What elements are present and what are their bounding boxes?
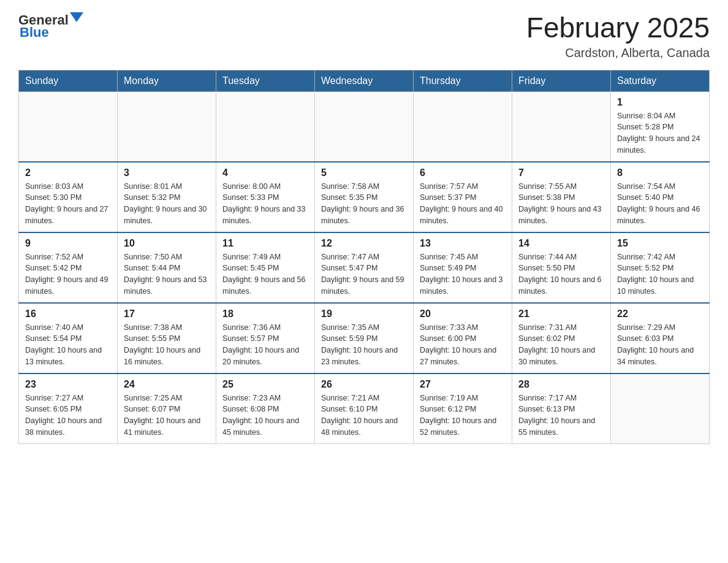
day-number: 22 — [617, 308, 703, 320]
logo: General Blue — [18, 12, 83, 40]
calendar-week-row-4: 16Sunrise: 7:40 AMSunset: 5:54 PMDayligh… — [19, 303, 710, 373]
calendar-cell: 8Sunrise: 7:54 AMSunset: 5:40 PMDaylight… — [611, 162, 710, 232]
weekday-header-friday: Friday — [512, 70, 611, 91]
calendar-cell: 28Sunrise: 7:17 AMSunset: 6:13 PMDayligh… — [512, 373, 611, 444]
day-info: Sunrise: 7:33 AMSunset: 6:00 PMDaylight:… — [420, 322, 506, 368]
day-number: 1 — [617, 97, 703, 108]
calendar-subtitle: Cardston, Alberta, Canada — [526, 46, 710, 60]
day-number: 28 — [518, 379, 604, 390]
day-info: Sunrise: 7:31 AMSunset: 6:02 PMDaylight:… — [518, 322, 604, 368]
day-info: Sunrise: 7:50 AMSunset: 5:44 PMDaylight:… — [124, 251, 210, 297]
calendar-week-row-1: 1Sunrise: 8:04 AMSunset: 5:28 PMDaylight… — [19, 91, 710, 162]
calendar-cell: 7Sunrise: 7:55 AMSunset: 5:38 PMDaylight… — [512, 162, 611, 232]
calendar-cell: 2Sunrise: 8:03 AMSunset: 5:30 PMDaylight… — [19, 162, 118, 232]
day-number: 21 — [518, 308, 604, 320]
day-number: 9 — [25, 238, 111, 249]
calendar-cell: 27Sunrise: 7:19 AMSunset: 6:12 PMDayligh… — [414, 373, 512, 444]
calendar-cell — [19, 91, 118, 162]
calendar-cell — [315, 91, 414, 162]
weekday-header-tuesday: Tuesday — [216, 70, 315, 91]
day-number: 7 — [518, 167, 604, 178]
day-number: 14 — [518, 238, 604, 249]
day-info: Sunrise: 8:03 AMSunset: 5:30 PMDaylight:… — [25, 181, 111, 227]
calendar-week-row-3: 9Sunrise: 7:52 AMSunset: 5:42 PMDaylight… — [19, 232, 710, 303]
day-info: Sunrise: 7:58 AMSunset: 5:35 PMDaylight:… — [321, 181, 407, 227]
calendar-cell: 18Sunrise: 7:36 AMSunset: 5:57 PMDayligh… — [216, 303, 315, 373]
day-number: 2 — [25, 167, 111, 178]
day-info: Sunrise: 7:47 AMSunset: 5:47 PMDaylight:… — [321, 251, 407, 297]
day-number: 11 — [222, 238, 308, 249]
calendar-cell: 19Sunrise: 7:35 AMSunset: 5:59 PMDayligh… — [315, 303, 414, 373]
calendar-cell: 11Sunrise: 7:49 AMSunset: 5:45 PMDayligh… — [216, 232, 315, 303]
day-number: 10 — [124, 238, 210, 249]
weekday-header-monday: Monday — [118, 70, 216, 91]
day-number: 26 — [321, 379, 407, 390]
weekday-header-sunday: Sunday — [19, 70, 118, 91]
calendar-cell: 15Sunrise: 7:42 AMSunset: 5:52 PMDayligh… — [611, 232, 710, 303]
title-area: February 2025 Cardston, Alberta, Canada — [526, 12, 710, 60]
day-number: 27 — [420, 379, 506, 390]
calendar-cell — [216, 91, 315, 162]
day-number: 17 — [124, 308, 210, 320]
calendar-week-row-2: 2Sunrise: 8:03 AMSunset: 5:30 PMDaylight… — [19, 162, 710, 232]
day-number: 3 — [124, 167, 210, 178]
day-info: Sunrise: 7:35 AMSunset: 5:59 PMDaylight:… — [321, 322, 407, 368]
day-info: Sunrise: 7:57 AMSunset: 5:37 PMDaylight:… — [420, 181, 506, 227]
day-number: 8 — [617, 167, 703, 178]
logo-icon — [70, 12, 83, 26]
day-info: Sunrise: 7:27 AMSunset: 6:05 PMDaylight:… — [25, 393, 111, 439]
day-number: 15 — [617, 238, 703, 249]
day-info: Sunrise: 7:29 AMSunset: 6:03 PMDaylight:… — [617, 322, 703, 368]
weekday-header-thursday: Thursday — [414, 70, 512, 91]
day-info: Sunrise: 8:00 AMSunset: 5:33 PMDaylight:… — [222, 181, 308, 227]
calendar-cell: 1Sunrise: 8:04 AMSunset: 5:28 PMDaylight… — [611, 91, 710, 162]
calendar-cell: 21Sunrise: 7:31 AMSunset: 6:02 PMDayligh… — [512, 303, 611, 373]
calendar-cell: 26Sunrise: 7:21 AMSunset: 6:10 PMDayligh… — [315, 373, 414, 444]
calendar-cell: 23Sunrise: 7:27 AMSunset: 6:05 PMDayligh… — [19, 373, 118, 444]
day-info: Sunrise: 7:25 AMSunset: 6:07 PMDaylight:… — [124, 393, 210, 439]
day-info: Sunrise: 7:44 AMSunset: 5:50 PMDaylight:… — [518, 251, 604, 297]
day-info: Sunrise: 7:19 AMSunset: 6:12 PMDaylight:… — [420, 393, 506, 439]
day-info: Sunrise: 8:04 AMSunset: 5:28 PMDaylight:… — [617, 110, 703, 156]
calendar-cell: 22Sunrise: 7:29 AMSunset: 6:03 PMDayligh… — [611, 303, 710, 373]
day-number: 4 — [222, 167, 308, 178]
calendar-cell: 14Sunrise: 7:44 AMSunset: 5:50 PMDayligh… — [512, 232, 611, 303]
day-number: 16 — [25, 308, 111, 320]
day-number: 23 — [25, 379, 111, 390]
day-number: 13 — [420, 238, 506, 249]
calendar-cell: 10Sunrise: 7:50 AMSunset: 5:44 PMDayligh… — [118, 232, 216, 303]
weekday-header-row: SundayMondayTuesdayWednesdayThursdayFrid… — [19, 70, 710, 91]
calendar-cell — [118, 91, 216, 162]
calendar-cell: 4Sunrise: 8:00 AMSunset: 5:33 PMDaylight… — [216, 162, 315, 232]
calendar-table: SundayMondayTuesdayWednesdayThursdayFrid… — [18, 70, 710, 444]
day-number: 18 — [222, 308, 308, 320]
day-info: Sunrise: 7:40 AMSunset: 5:54 PMDaylight:… — [25, 322, 111, 368]
calendar-week-row-5: 23Sunrise: 7:27 AMSunset: 6:05 PMDayligh… — [19, 373, 710, 444]
day-number: 20 — [420, 308, 506, 320]
calendar-cell: 12Sunrise: 7:47 AMSunset: 5:47 PMDayligh… — [315, 232, 414, 303]
calendar-cell — [611, 373, 710, 444]
day-info: Sunrise: 7:17 AMSunset: 6:13 PMDaylight:… — [518, 393, 604, 439]
day-info: Sunrise: 7:45 AMSunset: 5:49 PMDaylight:… — [420, 251, 506, 297]
day-info: Sunrise: 7:38 AMSunset: 5:55 PMDaylight:… — [124, 322, 210, 368]
calendar-cell: 9Sunrise: 7:52 AMSunset: 5:42 PMDaylight… — [19, 232, 118, 303]
calendar-cell: 6Sunrise: 7:57 AMSunset: 5:37 PMDaylight… — [414, 162, 512, 232]
calendar-cell — [512, 91, 611, 162]
page-header: General Blue February 2025 Cardston, Alb… — [18, 12, 710, 60]
calendar-cell: 25Sunrise: 7:23 AMSunset: 6:08 PMDayligh… — [216, 373, 315, 444]
svg-marker-0 — [70, 12, 83, 22]
calendar-cell: 13Sunrise: 7:45 AMSunset: 5:49 PMDayligh… — [414, 232, 512, 303]
logo-blue-text: Blue — [20, 25, 49, 40]
day-info: Sunrise: 7:23 AMSunset: 6:08 PMDaylight:… — [222, 393, 308, 439]
calendar-cell: 20Sunrise: 7:33 AMSunset: 6:00 PMDayligh… — [414, 303, 512, 373]
day-info: Sunrise: 7:54 AMSunset: 5:40 PMDaylight:… — [617, 181, 703, 227]
day-number: 5 — [321, 167, 407, 178]
day-number: 6 — [420, 167, 506, 178]
day-info: Sunrise: 7:36 AMSunset: 5:57 PMDaylight:… — [222, 322, 308, 368]
day-info: Sunrise: 7:55 AMSunset: 5:38 PMDaylight:… — [518, 181, 604, 227]
calendar-cell: 16Sunrise: 7:40 AMSunset: 5:54 PMDayligh… — [19, 303, 118, 373]
day-number: 19 — [321, 308, 407, 320]
day-info: Sunrise: 7:49 AMSunset: 5:45 PMDaylight:… — [222, 251, 308, 297]
calendar-cell: 3Sunrise: 8:01 AMSunset: 5:32 PMDaylight… — [118, 162, 216, 232]
calendar-cell: 17Sunrise: 7:38 AMSunset: 5:55 PMDayligh… — [118, 303, 216, 373]
